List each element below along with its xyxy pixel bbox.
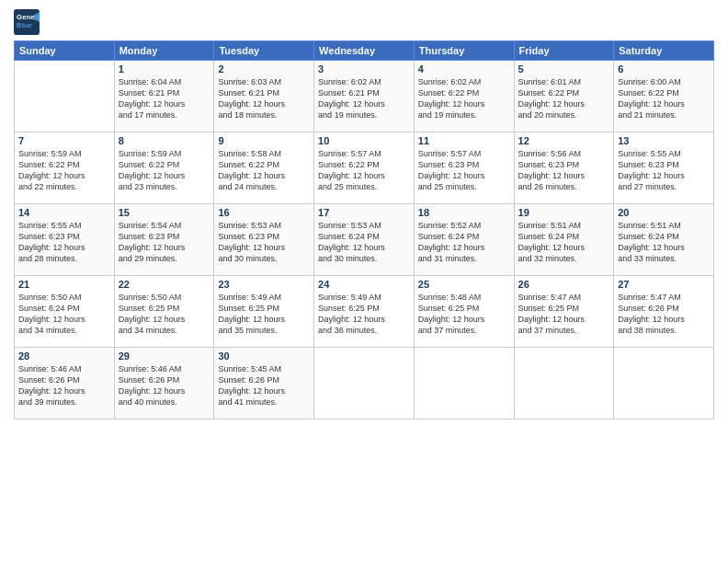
calendar-cell (514, 348, 614, 419)
day-info: Sunrise: 5:53 AMSunset: 6:23 PMDaylight:… (218, 220, 310, 265)
calendar-cell (414, 348, 514, 419)
day-info: Sunrise: 5:45 AMSunset: 6:26 PMDaylight:… (218, 363, 310, 408)
day-info: Sunrise: 5:57 AMSunset: 6:22 PMDaylight:… (318, 148, 410, 193)
calendar-week-4: 21Sunrise: 5:50 AMSunset: 6:24 PMDayligh… (15, 276, 714, 348)
day-number: 22 (119, 279, 210, 290)
calendar-cell: 5Sunrise: 6:01 AMSunset: 6:22 PMDaylight… (514, 61, 614, 132)
day-number: 30 (218, 350, 310, 362)
day-info: Sunrise: 5:50 AMSunset: 6:24 PMDaylight:… (18, 292, 110, 337)
calendar-header: SundayMondayTuesdayWednesdayThursdayFrid… (15, 41, 714, 61)
page-header: General Blue (14, 9, 714, 35)
calendar-cell: 13Sunrise: 5:55 AMSunset: 6:23 PMDayligh… (614, 132, 714, 204)
day-number: 27 (618, 279, 710, 290)
calendar-cell: 23Sunrise: 5:49 AMSunset: 6:25 PMDayligh… (214, 276, 314, 348)
day-number: 5 (518, 63, 610, 75)
calendar-cell: 8Sunrise: 5:59 AMSunset: 6:22 PMDaylight… (114, 132, 214, 204)
day-info: Sunrise: 5:52 AMSunset: 6:24 PMDaylight:… (418, 220, 510, 265)
calendar-cell: 15Sunrise: 5:54 AMSunset: 6:23 PMDayligh… (114, 204, 214, 276)
day-info: Sunrise: 6:03 AMSunset: 6:21 PMDaylight:… (218, 76, 310, 121)
day-info: Sunrise: 5:49 AMSunset: 6:25 PMDaylight:… (318, 292, 410, 337)
calendar-cell: 19Sunrise: 5:51 AMSunset: 6:24 PMDayligh… (514, 204, 614, 276)
day-info: Sunrise: 6:00 AMSunset: 6:22 PMDaylight:… (618, 76, 710, 121)
day-info: Sunrise: 5:56 AMSunset: 6:23 PMDaylight:… (518, 148, 610, 193)
day-number: 7 (18, 135, 110, 146)
day-info: Sunrise: 5:55 AMSunset: 6:23 PMDaylight:… (18, 220, 110, 265)
day-number: 1 (119, 63, 210, 75)
calendar-cell: 21Sunrise: 5:50 AMSunset: 6:24 PMDayligh… (15, 276, 115, 348)
calendar-cell: 25Sunrise: 5:48 AMSunset: 6:25 PMDayligh… (414, 276, 514, 348)
calendar-cell: 10Sunrise: 5:57 AMSunset: 6:22 PMDayligh… (314, 132, 415, 204)
day-info: Sunrise: 5:58 AMSunset: 6:22 PMDaylight:… (218, 148, 310, 193)
weekday-header-wednesday: Wednesday (314, 41, 415, 61)
day-number: 18 (418, 207, 510, 218)
day-number: 29 (119, 350, 210, 362)
calendar-cell: 12Sunrise: 5:56 AMSunset: 6:23 PMDayligh… (514, 132, 614, 204)
calendar-table: SundayMondayTuesdayWednesdayThursdayFrid… (14, 40, 714, 419)
weekday-header-row: SundayMondayTuesdayWednesdayThursdayFrid… (15, 41, 714, 61)
day-number: 9 (218, 135, 310, 146)
calendar-week-3: 14Sunrise: 5:55 AMSunset: 6:23 PMDayligh… (15, 204, 714, 276)
day-info: Sunrise: 5:59 AMSunset: 6:22 PMDaylight:… (119, 148, 210, 193)
calendar-cell: 16Sunrise: 5:53 AMSunset: 6:23 PMDayligh… (214, 204, 314, 276)
day-number: 3 (318, 63, 410, 75)
day-info: Sunrise: 5:51 AMSunset: 6:24 PMDaylight:… (618, 220, 710, 265)
day-number: 21 (18, 279, 110, 290)
calendar-cell: 6Sunrise: 6:00 AMSunset: 6:22 PMDaylight… (614, 61, 714, 132)
calendar-cell: 4Sunrise: 6:02 AMSunset: 6:22 PMDaylight… (414, 61, 514, 132)
calendar-cell: 9Sunrise: 5:58 AMSunset: 6:22 PMDaylight… (214, 132, 314, 204)
weekday-header-monday: Monday (114, 41, 214, 61)
weekday-header-saturday: Saturday (614, 41, 714, 61)
day-info: Sunrise: 5:51 AMSunset: 6:24 PMDaylight:… (518, 220, 610, 265)
calendar-cell: 30Sunrise: 5:45 AMSunset: 6:26 PMDayligh… (214, 348, 314, 419)
calendar-page: General Blue SundayMondayTuesdayWednesda… (0, 0, 728, 563)
day-info: Sunrise: 6:02 AMSunset: 6:22 PMDaylight:… (418, 76, 510, 121)
calendar-cell: 11Sunrise: 5:57 AMSunset: 6:23 PMDayligh… (414, 132, 514, 204)
day-number: 8 (119, 135, 210, 146)
day-info: Sunrise: 5:49 AMSunset: 6:25 PMDaylight:… (218, 292, 310, 337)
day-info: Sunrise: 5:53 AMSunset: 6:24 PMDaylight:… (318, 220, 410, 265)
calendar-cell: 1Sunrise: 6:04 AMSunset: 6:21 PMDaylight… (114, 61, 214, 132)
day-number: 6 (618, 63, 710, 75)
weekday-header-tuesday: Tuesday (214, 41, 314, 61)
day-info: Sunrise: 5:50 AMSunset: 6:25 PMDaylight:… (119, 292, 210, 337)
day-number: 2 (218, 63, 310, 75)
day-info: Sunrise: 5:54 AMSunset: 6:23 PMDaylight:… (119, 220, 210, 265)
calendar-cell: 26Sunrise: 5:47 AMSunset: 6:25 PMDayligh… (514, 276, 614, 348)
day-number: 28 (18, 350, 110, 362)
calendar-cell (614, 348, 714, 419)
day-number: 20 (618, 207, 710, 218)
day-number: 10 (318, 135, 410, 146)
day-number: 25 (418, 279, 510, 290)
day-number: 24 (318, 279, 410, 290)
day-info: Sunrise: 6:02 AMSunset: 6:21 PMDaylight:… (318, 76, 410, 121)
calendar-cell: 2Sunrise: 6:03 AMSunset: 6:21 PMDaylight… (214, 61, 314, 132)
day-info: Sunrise: 5:47 AMSunset: 6:25 PMDaylight:… (518, 292, 610, 337)
day-info: Sunrise: 5:46 AMSunset: 6:26 PMDaylight:… (119, 363, 210, 408)
day-info: Sunrise: 5:47 AMSunset: 6:26 PMDaylight:… (618, 292, 710, 337)
calendar-week-1: 1Sunrise: 6:04 AMSunset: 6:21 PMDaylight… (15, 61, 714, 132)
day-info: Sunrise: 5:57 AMSunset: 6:23 PMDaylight:… (418, 148, 510, 193)
calendar-cell: 7Sunrise: 5:59 AMSunset: 6:22 PMDaylight… (15, 132, 115, 204)
day-info: Sunrise: 6:04 AMSunset: 6:21 PMDaylight:… (119, 76, 210, 121)
calendar-cell: 18Sunrise: 5:52 AMSunset: 6:24 PMDayligh… (414, 204, 514, 276)
weekday-header-thursday: Thursday (414, 41, 514, 61)
weekday-header-friday: Friday (514, 41, 614, 61)
day-number: 16 (218, 207, 310, 218)
day-info: Sunrise: 5:48 AMSunset: 6:25 PMDaylight:… (418, 292, 510, 337)
day-info: Sunrise: 5:46 AMSunset: 6:26 PMDaylight:… (18, 363, 110, 408)
calendar-cell: 14Sunrise: 5:55 AMSunset: 6:23 PMDayligh… (15, 204, 115, 276)
calendar-cell (15, 61, 115, 132)
day-number: 11 (418, 135, 510, 146)
day-info: Sunrise: 5:55 AMSunset: 6:23 PMDaylight:… (618, 148, 710, 193)
svg-text:Blue: Blue (17, 21, 33, 29)
calendar-cell: 27Sunrise: 5:47 AMSunset: 6:26 PMDayligh… (614, 276, 714, 348)
day-number: 4 (418, 63, 510, 75)
calendar-cell: 29Sunrise: 5:46 AMSunset: 6:26 PMDayligh… (114, 348, 214, 419)
day-number: 13 (618, 135, 710, 146)
calendar-cell: 17Sunrise: 5:53 AMSunset: 6:24 PMDayligh… (314, 204, 415, 276)
day-number: 14 (18, 207, 110, 218)
calendar-week-5: 28Sunrise: 5:46 AMSunset: 6:26 PMDayligh… (15, 348, 714, 419)
weekday-header-sunday: Sunday (15, 41, 115, 61)
day-number: 15 (119, 207, 210, 218)
day-number: 19 (518, 207, 610, 218)
